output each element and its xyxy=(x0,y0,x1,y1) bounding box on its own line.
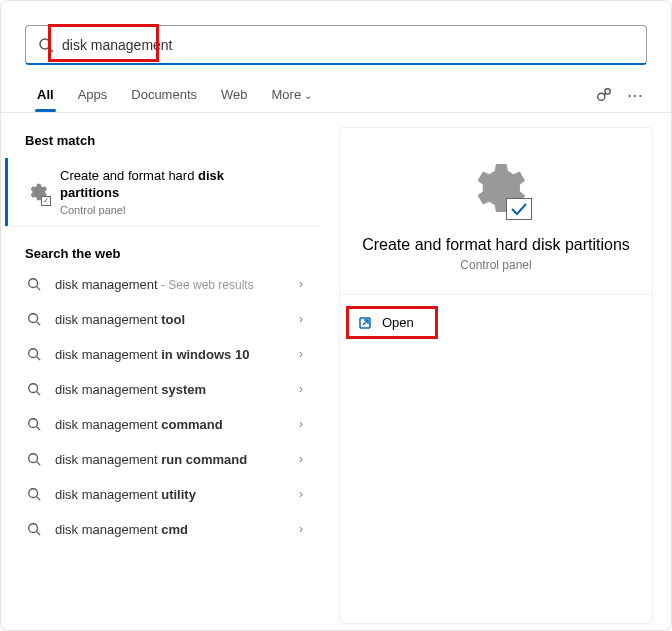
svg-line-16 xyxy=(37,462,41,466)
search-icon xyxy=(27,277,41,291)
search-icon xyxy=(27,417,41,431)
web-suggestion-text: disk management - See web results xyxy=(55,277,299,292)
web-suggestion-text: disk management run command xyxy=(55,452,299,467)
svg-point-9 xyxy=(29,349,38,358)
tab-apps[interactable]: Apps xyxy=(66,79,120,112)
web-suggestion-text: disk management in windows 10 xyxy=(55,347,299,362)
svg-line-20 xyxy=(37,532,41,536)
open-label: Open xyxy=(382,315,414,330)
search-input[interactable] xyxy=(62,37,634,53)
svg-point-15 xyxy=(29,454,38,463)
svg-point-5 xyxy=(29,279,38,288)
tab-web[interactable]: Web xyxy=(209,79,260,112)
best-match-result[interactable]: ✓ Create and format hard diskpartitions … xyxy=(5,158,321,226)
search-icon xyxy=(27,347,41,361)
web-suggestion-text: disk management utility xyxy=(55,487,299,502)
external-search-icon[interactable] xyxy=(595,86,613,105)
web-suggestion[interactable]: disk management - See web results› xyxy=(5,267,321,302)
check-badge-icon: ✓ xyxy=(41,196,51,206)
divider xyxy=(340,294,652,295)
svg-point-13 xyxy=(29,419,38,428)
chevron-right-icon: › xyxy=(299,487,303,501)
search-icon xyxy=(27,487,41,501)
chevron-right-icon: › xyxy=(299,417,303,431)
svg-line-12 xyxy=(37,392,41,396)
gear-icon-large xyxy=(464,156,528,220)
svg-point-0 xyxy=(40,39,50,49)
chevron-right-icon: › xyxy=(299,312,303,326)
section-best-match: Best match xyxy=(5,127,321,154)
web-suggestion[interactable]: disk management in windows 10› xyxy=(5,337,321,372)
open-external-icon xyxy=(358,316,372,330)
svg-line-6 xyxy=(37,287,41,291)
chevron-down-icon: ⌄ xyxy=(304,90,312,101)
svg-point-19 xyxy=(29,524,38,533)
check-badge-large-icon xyxy=(506,198,532,220)
tab-all[interactable]: All xyxy=(25,79,66,112)
more-options-icon[interactable]: ⋯ xyxy=(627,86,643,105)
tab-documents[interactable]: Documents xyxy=(119,79,209,112)
svg-point-11 xyxy=(29,384,38,393)
detail-title: Create and format hard disk partitions xyxy=(340,236,652,254)
tab-more[interactable]: More⌄ xyxy=(260,79,325,112)
chevron-right-icon: › xyxy=(299,452,303,466)
svg-line-14 xyxy=(37,427,41,431)
web-suggestion[interactable]: disk management utility› xyxy=(5,477,321,512)
search-icon xyxy=(27,312,41,326)
results-left-column: Best match ✓ Create and format hard disk… xyxy=(1,113,321,624)
search-icon xyxy=(27,452,41,466)
open-action[interactable]: Open xyxy=(340,305,652,340)
search-box[interactable] xyxy=(25,25,647,65)
chevron-right-icon: › xyxy=(299,347,303,361)
web-suggestion[interactable]: disk management command› xyxy=(5,407,321,442)
web-suggestion[interactable]: disk management tool› xyxy=(5,302,321,337)
filter-tabs: All Apps Documents Web More⌄ ⋯ xyxy=(1,73,671,113)
svg-point-7 xyxy=(29,314,38,323)
chevron-right-icon: › xyxy=(299,522,303,536)
chevron-right-icon: › xyxy=(299,277,303,291)
section-search-web: Search the web xyxy=(5,240,321,267)
web-suggestion-text: disk management cmd xyxy=(55,522,299,537)
search-icon xyxy=(27,522,41,536)
search-icon xyxy=(38,37,54,53)
detail-subtitle: Control panel xyxy=(340,258,652,272)
svg-line-8 xyxy=(37,322,41,326)
chevron-right-icon: › xyxy=(299,382,303,396)
web-suggestion[interactable]: disk management cmd› xyxy=(5,512,321,547)
web-suggestion-text: disk management command xyxy=(55,417,299,432)
svg-line-4 xyxy=(604,93,606,95)
web-suggestion[interactable]: disk management system› xyxy=(5,372,321,407)
web-suggestion-text: disk management tool xyxy=(55,312,299,327)
best-match-title: Create and format hard diskpartitions xyxy=(60,168,224,202)
svg-point-17 xyxy=(29,489,38,498)
detail-panel: Create and format hard disk partitions C… xyxy=(339,127,653,624)
gear-icon: ✓ xyxy=(26,181,48,203)
svg-line-10 xyxy=(37,357,41,361)
search-icon xyxy=(27,382,41,396)
svg-line-18 xyxy=(37,497,41,501)
web-suggestion[interactable]: disk management run command› xyxy=(5,442,321,477)
best-match-subtitle: Control panel xyxy=(60,204,224,216)
web-suggestion-text: disk management system xyxy=(55,382,299,397)
svg-line-1 xyxy=(49,48,53,52)
